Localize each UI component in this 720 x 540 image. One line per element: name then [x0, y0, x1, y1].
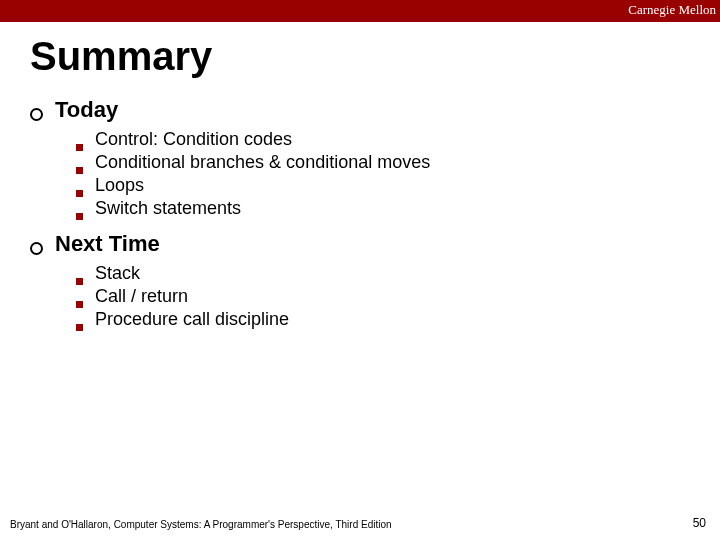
slide-content: Today Control: Condition codes Condition… [30, 97, 720, 330]
square-bullet-icon [76, 167, 83, 174]
footer-citation: Bryant and O'Hallaron, Computer Systems:… [10, 519, 392, 530]
square-bullet-icon [76, 278, 83, 285]
square-bullet-icon [76, 144, 83, 151]
item-text: Switch statements [95, 198, 241, 219]
page-number: 50 [693, 516, 706, 530]
list-item: Switch statements [76, 198, 720, 219]
header-bar: Carnegie Mellon [0, 0, 720, 22]
square-bullet-icon [76, 324, 83, 331]
org-label: Carnegie Mellon [628, 2, 716, 18]
list-item: Stack [76, 263, 720, 284]
section-items: Control: Condition codes Conditional bra… [76, 129, 720, 219]
section-heading: Next Time [55, 231, 160, 257]
section-heading: Today [55, 97, 118, 123]
circle-bullet-icon [30, 108, 43, 121]
section-row: Today [30, 97, 720, 123]
square-bullet-icon [76, 190, 83, 197]
item-text: Procedure call discipline [95, 309, 289, 330]
square-bullet-icon [76, 213, 83, 220]
section-row: Next Time [30, 231, 720, 257]
list-item: Procedure call discipline [76, 309, 720, 330]
list-item: Conditional branches & conditional moves [76, 152, 720, 173]
list-item: Call / return [76, 286, 720, 307]
circle-bullet-icon [30, 242, 43, 255]
square-bullet-icon [76, 301, 83, 308]
list-item: Control: Condition codes [76, 129, 720, 150]
item-text: Conditional branches & conditional moves [95, 152, 430, 173]
item-text: Control: Condition codes [95, 129, 292, 150]
section-items: Stack Call / return Procedure call disci… [76, 263, 720, 330]
item-text: Call / return [95, 286, 188, 307]
item-text: Stack [95, 263, 140, 284]
list-item: Loops [76, 175, 720, 196]
slide-title: Summary [30, 34, 720, 79]
item-text: Loops [95, 175, 144, 196]
